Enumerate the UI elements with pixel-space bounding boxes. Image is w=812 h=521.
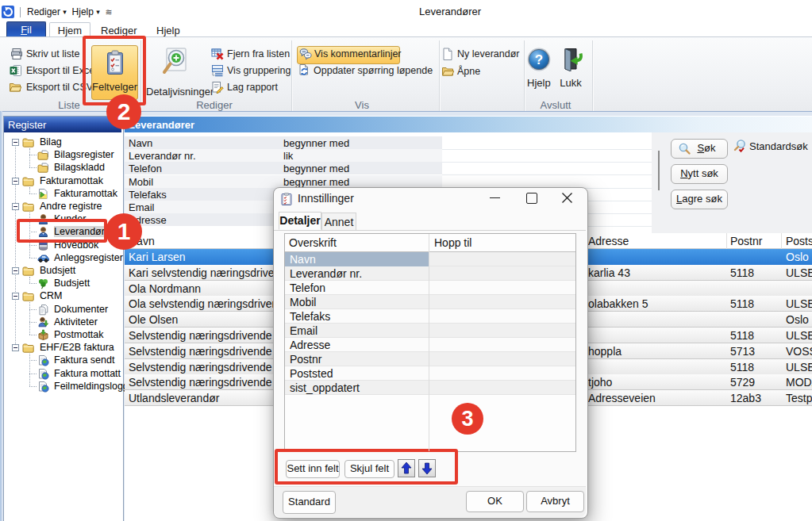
svg-text:?: ? bbox=[535, 52, 543, 67]
